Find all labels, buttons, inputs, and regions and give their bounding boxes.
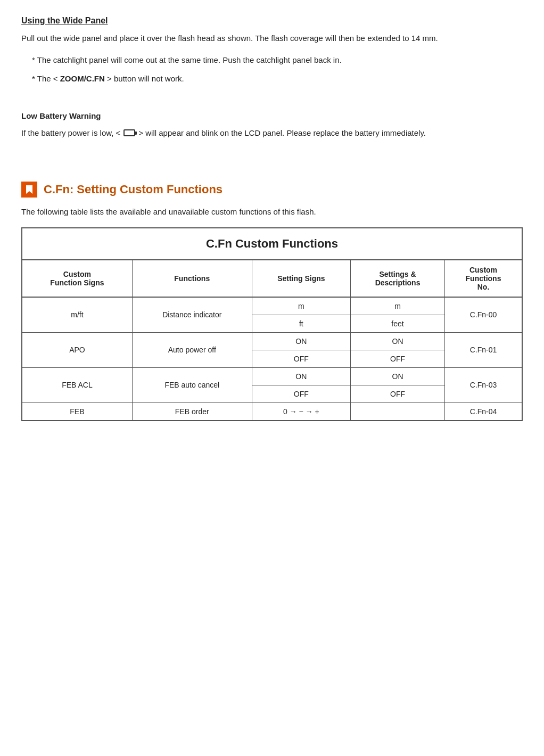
cfn-intro: The following table lists the available … xyxy=(21,205,523,219)
row-number-0: C.Fn-00 xyxy=(445,297,522,333)
row-desc-1a: ON xyxy=(351,332,445,350)
row-setting-0b: ft xyxy=(252,315,350,332)
table-title-row: C.Fn Custom Functions xyxy=(22,228,522,260)
low-battery-title: Low Battery Warning xyxy=(21,111,523,120)
row-sign-0: m/ft xyxy=(22,297,132,333)
row-number-1: C.Fn-01 xyxy=(445,332,522,367)
row-sign-1: APO xyxy=(22,332,132,367)
row-desc-2b: OFF xyxy=(351,385,445,402)
row-desc-0a: m xyxy=(351,297,445,315)
row-function-1: Auto power off xyxy=(132,332,252,367)
row-desc-1b: OFF xyxy=(351,350,445,367)
battery-icon xyxy=(123,129,135,136)
wide-panel-note2: * The < ZOOM/C.FN > button will not work… xyxy=(32,71,523,86)
note2-prefix: * The < xyxy=(32,74,58,83)
table-row: FEB ACL FEB auto cancel ON ON C.Fn-03 xyxy=(22,367,522,385)
row-setting-2b: OFF xyxy=(252,385,350,402)
row-desc-0b: feet xyxy=(351,315,445,332)
row-function-2: FEB auto cancel xyxy=(132,367,252,402)
bookmark-icon xyxy=(24,184,35,195)
row-number-3: C.Fn-04 xyxy=(445,402,522,421)
row-desc-2a: ON xyxy=(351,367,445,385)
cfn-heading-text: C.Fn: Setting Custom Functions xyxy=(44,183,222,196)
col-header-1: CustomFunction Signs xyxy=(22,260,132,297)
wide-panel-title: Using the Wide Panel xyxy=(21,16,523,26)
wide-panel-para1: Pull out the wide panel and place it ove… xyxy=(21,31,523,45)
col-header-5: CustomFunctionsNo. xyxy=(445,260,522,297)
note2-bold: ZOOM/C.FN xyxy=(60,74,105,83)
col-header-4: Settings &Descriptions xyxy=(351,260,445,297)
cfn-table: C.Fn Custom Functions CustomFunction Sig… xyxy=(21,227,523,421)
row-function-0: Distance indicator xyxy=(132,297,252,333)
row-desc-3a xyxy=(351,402,445,421)
row-number-2: C.Fn-03 xyxy=(445,367,522,402)
battery-para-prefix: If the battery power is low, < xyxy=(21,126,120,140)
table-row: APO Auto power off ON ON C.Fn-01 xyxy=(22,332,522,350)
wide-panel-note1: * The catchlight panel will come out at … xyxy=(32,53,523,67)
cfn-heading: C.Fn: Setting Custom Functions xyxy=(21,182,523,198)
row-setting-0a: m xyxy=(252,297,350,315)
row-sign-3: FEB xyxy=(22,402,132,421)
note2-suffix: > button will not work. xyxy=(107,74,184,83)
table-row: m/ft Distance indicator m m C.Fn-00 xyxy=(22,297,522,315)
row-sign-2: FEB ACL xyxy=(22,367,132,402)
row-function-3: FEB order xyxy=(132,402,252,421)
table-title: C.Fn Custom Functions xyxy=(22,228,522,260)
col-header-3: Setting Signs xyxy=(252,260,350,297)
row-setting-2a: ON xyxy=(252,367,350,385)
row-setting-1b: OFF xyxy=(252,350,350,367)
row-setting-3a: 0 → − → + xyxy=(252,402,350,421)
table-row: FEB FEB order 0 → − → + C.Fn-04 xyxy=(22,402,522,421)
battery-para-suffix: > will appear and blink on the LCD panel… xyxy=(138,126,426,140)
col-header-2: Functions xyxy=(132,260,252,297)
low-battery-para: If the battery power is low, < > will ap… xyxy=(21,126,523,140)
table-header-row: CustomFunction Signs Functions Setting S… xyxy=(22,260,522,297)
cfn-icon xyxy=(21,182,37,198)
row-setting-1a: ON xyxy=(252,332,350,350)
